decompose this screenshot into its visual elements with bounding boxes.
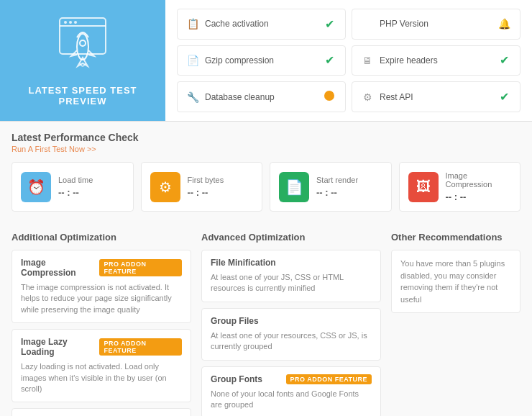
adv-opt-title: Group Fonts — [211, 374, 262, 384]
perf-card-label: Start render — [316, 176, 382, 184]
svg-point-6 — [80, 40, 86, 46]
svg-point-3 — [69, 21, 72, 24]
advanced-items: File Minification At least one of your J… — [201, 250, 381, 416]
status-check-icon: ✔ — [322, 17, 336, 31]
perf-card: ⚙ First bytes -- : -- — [141, 162, 263, 212]
perf-card-label: First bytes — [188, 176, 254, 184]
check-item: 🔧 Database cleanup — [177, 81, 346, 112]
perf-card-label: Load time — [58, 176, 124, 184]
check-label: Database cleanup — [205, 92, 316, 102]
additional-title: Additional Optimization — [12, 232, 191, 243]
additional-opt-item: Image Lazy Loading PRO ADDON FEATURE Laz… — [12, 329, 191, 402]
perf-cards: ⏰ Load time -- : -- ⚙ First bytes -- : -… — [12, 162, 520, 212]
status-check-icon: ✔ — [497, 53, 511, 67]
hero-title: LATEST SPEED TEST PREVIEW — [14, 85, 151, 107]
advanced-opt-item: Group Files At least one of your resourc… — [201, 308, 381, 361]
check-type-icon: 📄 — [186, 55, 199, 66]
perf-card-icon: 🖼 — [408, 172, 439, 202]
check-item: ⚙ Rest API ✔ — [352, 81, 520, 112]
opt-item-header: Image Lazy Loading PRO ADDON FEATURE — [21, 337, 182, 357]
perf-card-icon: ⏰ — [21, 172, 51, 202]
check-item: 🖥 Expire headers ✔ — [352, 45, 520, 76]
adv-opt-header: Group Fonts PRO ADDON FEATURE — [211, 374, 372, 384]
pro-badge: PRO ADDON FEATURE — [99, 259, 182, 276]
perf-card-content: Image Compression -- : -- — [446, 171, 512, 202]
check-type-icon: 🖥 — [361, 55, 374, 66]
perf-card-icon: ⚙ — [150, 172, 180, 202]
status-check-icon: ✔ — [497, 90, 511, 104]
opt-item-header: Image Compression PRO ADDON FEATURE — [21, 258, 182, 278]
other-recommendations-column: Other Recommendations You have more than… — [391, 232, 520, 416]
perf-section: Latest Performance Check Run A First Tes… — [0, 122, 532, 222]
check-label: PHP Version — [380, 19, 491, 29]
check-type-icon: 📋 — [186, 18, 199, 30]
perf-card: 📄 Start render -- : -- — [270, 162, 392, 212]
perf-card-content: First bytes -- : -- — [188, 176, 254, 198]
additional-opt-item: Database Auto Cleanup PRO ADDON FEATURE … — [12, 408, 191, 416]
checks-panel: 📋 Cache activation ✔ PHP Version 🔔 📄 Gzi… — [165, 0, 532, 121]
advanced-title: Advanced Optimization — [201, 232, 381, 243]
opt-item-title: Image Lazy Loading — [21, 337, 99, 357]
svg-rect-0 — [60, 18, 106, 54]
svg-point-2 — [64, 21, 67, 24]
perf-card-label: Image Compression — [446, 171, 512, 189]
adv-opt-header: File Minification — [211, 258, 372, 268]
pro-badge: PRO ADDON FEATURE — [99, 338, 182, 356]
adv-opt-title: Group Files — [211, 316, 259, 326]
adv-opt-desc: At least one of your JS, CSS or HTML res… — [211, 272, 372, 294]
advanced-opt-item: File Minification At least one of your J… — [201, 250, 381, 302]
status-check-icon: ✔ — [322, 53, 336, 67]
perf-title: Latest Performance Check — [12, 132, 520, 143]
check-type-icon: 🔧 — [186, 91, 199, 103]
perf-card-value: -- : -- — [316, 187, 382, 198]
perf-card-value: -- : -- — [58, 187, 124, 198]
perf-card-icon: 📄 — [279, 172, 309, 202]
perf-card-value: -- : -- — [446, 191, 512, 202]
perf-card-content: Start render -- : -- — [316, 176, 382, 198]
other-text: You have more than 5 plugins disabled, y… — [400, 258, 511, 305]
check-label: Gzip compression — [205, 55, 316, 65]
pro-badge: PRO ADDON FEATURE — [286, 374, 372, 384]
opt-item-title: Image Compression — [21, 258, 99, 278]
bottom-section: Additional Optimization Image Compressio… — [0, 222, 532, 416]
opt-item-desc: Lazy loading is not activated. Load only… — [21, 361, 182, 394]
adv-opt-desc: At least one of your resources, CSS or J… — [211, 330, 372, 353]
adv-opt-desc: None of your local fonts and Google Font… — [211, 389, 372, 411]
advanced-opt-item: Group Fonts PRO ADDON FEATURE None of yo… — [201, 366, 381, 416]
status-bell-icon: 🔔 — [497, 18, 511, 30]
additional-items: Image Compression PRO ADDON FEATURE The … — [12, 250, 191, 416]
status-warning-icon — [322, 91, 336, 103]
rocket-illustration — [54, 14, 111, 79]
other-title: Other Recommendations — [391, 232, 520, 243]
opt-item-desc: The image compression is not activated. … — [21, 282, 182, 315]
perf-card-content: Load time -- : -- — [58, 176, 124, 198]
check-type-icon: ⚙ — [361, 91, 374, 103]
perf-subtitle[interactable]: Run A First Test Now >> — [12, 145, 520, 153]
adv-opt-header: Group Files — [211, 316, 372, 326]
hero-panel: LATEST SPEED TEST PREVIEW — [0, 0, 165, 121]
svg-point-4 — [74, 21, 77, 24]
check-label: Expire headers — [380, 55, 491, 65]
perf-card-value: -- : -- — [188, 187, 254, 198]
perf-card: 🖼 Image Compression -- : -- — [399, 162, 521, 212]
additional-opt-item: Image Compression PRO ADDON FEATURE The … — [12, 250, 191, 323]
check-label: Cache activation — [205, 19, 316, 29]
check-label: Rest API — [380, 92, 491, 102]
advanced-optimization-column: Advanced Optimization File Minification … — [201, 232, 381, 416]
check-item: PHP Version 🔔 — [352, 9, 520, 40]
check-item: 📄 Gzip compression ✔ — [177, 45, 346, 76]
perf-card: ⏰ Load time -- : -- — [12, 162, 134, 212]
other-box: You have more than 5 plugins disabled, y… — [391, 250, 520, 313]
additional-optimization-column: Additional Optimization Image Compressio… — [12, 232, 191, 416]
check-item: 📋 Cache activation ✔ — [177, 9, 346, 40]
adv-opt-title: File Minification — [211, 258, 276, 268]
